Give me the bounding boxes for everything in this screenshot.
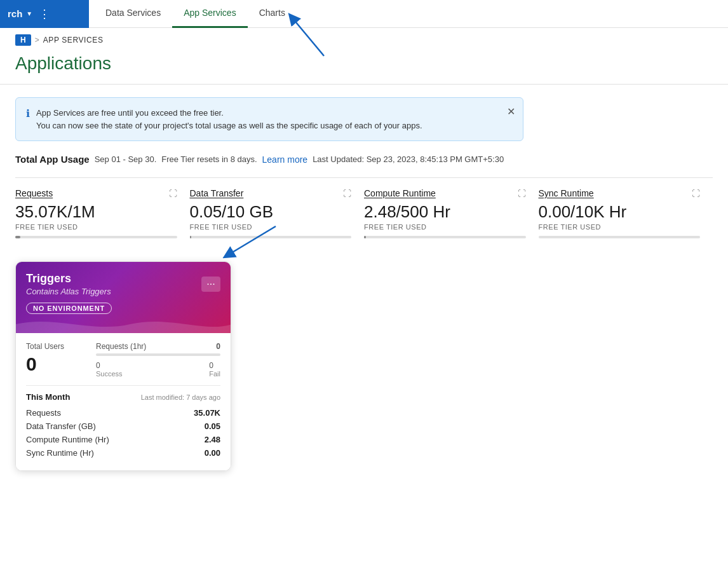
metric-sync-runtime-value: 0.00/10K Hr xyxy=(539,202,701,222)
nav-logo-text: rch xyxy=(8,8,22,19)
tab-charts[interactable]: Charts xyxy=(248,0,297,28)
card-month-row-3: Sync Runtime (Hr) 0.00 xyxy=(26,448,220,458)
metric-data-transfer-value: 0.05/10 GB xyxy=(190,202,352,222)
env-badge: NO ENVIRONMENT xyxy=(26,303,112,314)
card-total-users-value: 0 xyxy=(26,353,96,375)
card-month-val-3: 0.00 xyxy=(205,448,220,458)
metric-data-transfer-expand[interactable]: ⛶ xyxy=(343,189,351,198)
usage-title: Total App Usage xyxy=(15,154,90,165)
card-month-key-3: Sync Runtime (Hr) xyxy=(26,448,94,458)
card-requests-label-text: Requests (1hr) xyxy=(96,342,146,351)
metric-requests-value: 35.07K/1M xyxy=(15,202,177,222)
card-month-key-1: Data Transfer (GB) xyxy=(26,421,96,431)
card-fail-label: Fail xyxy=(209,370,220,378)
metric-data-transfer-sublabel: FREE TIER USED xyxy=(190,223,352,231)
card-success-value: 0 xyxy=(96,361,123,370)
card-month-row-1: Data Transfer (GB) 0.05 xyxy=(26,421,220,431)
card-requests-value: 0 xyxy=(216,342,220,351)
nav-more-icon[interactable]: ⋮ xyxy=(39,7,50,21)
info-close-button[interactable]: ✕ xyxy=(507,106,515,118)
metric-sync-runtime-bar xyxy=(539,236,701,238)
app-card-title-row: Triggers Contains Atlas Triggers ··· xyxy=(26,272,220,296)
metric-data-transfer-label[interactable]: Data Transfer xyxy=(190,188,244,198)
usage-header: Total App Usage Sep 01 - Sep 30. Free Ti… xyxy=(15,154,713,165)
breadcrumb-sep: > xyxy=(35,36,39,44)
info-icon: ℹ xyxy=(26,107,30,120)
metric-compute-runtime-label[interactable]: Compute Runtime xyxy=(364,188,436,198)
card-fail-block: 0 Fail xyxy=(209,361,220,378)
card-stats-row: Total Users 0 Requests (1hr) 0 xyxy=(26,342,220,378)
app-card-title-block: Triggers Contains Atlas Triggers xyxy=(26,272,111,296)
metric-compute-runtime: Compute Runtime ⛶ 2.48/500 Hr FREE TIER … xyxy=(364,188,539,238)
card-req-sub: 0 Success 0 Fail xyxy=(96,361,220,378)
learn-more-link[interactable]: Learn more xyxy=(262,154,308,165)
card-fail-value: 0 xyxy=(209,361,220,370)
app-card-menu-button[interactable]: ··· xyxy=(201,277,220,292)
top-nav: rch ▼ ⋮ Data Services App Services Chart… xyxy=(0,0,728,28)
card-requests-block: Requests (1hr) 0 0 Success xyxy=(96,342,220,378)
app-card-title: Triggers xyxy=(26,272,111,285)
tab-app-services[interactable]: App Services xyxy=(172,0,247,28)
breadcrumb: H > APP SERVICES xyxy=(0,28,728,48)
breadcrumb-highlight: H xyxy=(15,34,31,46)
card-requests-bar xyxy=(96,353,220,356)
metric-sync-runtime: Sync Runtime ⛶ 0.00/10K Hr FREE TIER USE… xyxy=(539,188,713,238)
card-requests-label: Requests (1hr) 0 xyxy=(96,342,220,351)
app-card: Triggers Contains Atlas Triggers ··· NO … xyxy=(15,261,231,471)
metric-sync-runtime-sublabel: FREE TIER USED xyxy=(539,223,701,231)
card-month-header: This Month Last modified: 7 days ago xyxy=(26,392,220,402)
metric-compute-runtime-fill xyxy=(364,236,366,238)
card-month-row-2: Compute Runtime (Hr) 2.48 xyxy=(26,435,220,444)
metric-compute-runtime-bar xyxy=(364,236,526,238)
metric-requests-expand[interactable]: ⛶ xyxy=(169,189,177,198)
info-line2: You can now see the state of your projec… xyxy=(36,120,422,132)
breadcrumb-current: APP SERVICES xyxy=(43,36,104,44)
usage-free-tier: Free Tier resets in 8 days. xyxy=(161,154,257,164)
metric-requests-fill xyxy=(15,236,20,238)
usage-date-range: Sep 01 - Sep 30. xyxy=(95,154,157,164)
usage-last-updated: Last Updated: Sep 23, 2023, 8:45:13 PM G… xyxy=(313,154,504,164)
card-month-val-0: 35.07K xyxy=(194,408,220,418)
app-card-body: Total Users 0 Requests (1hr) 0 xyxy=(16,333,231,470)
info-text: App Services are free until you exceed t… xyxy=(36,107,422,132)
metric-data-transfer-bar xyxy=(190,236,352,238)
app-card-subtitle: Contains Atlas Triggers xyxy=(26,287,111,296)
metric-sync-runtime-label[interactable]: Sync Runtime xyxy=(539,188,594,198)
wave-decoration xyxy=(16,315,231,333)
card-month-label: This Month xyxy=(26,392,70,402)
metric-requests-label[interactable]: Requests xyxy=(15,188,53,198)
metric-requests-bar xyxy=(15,236,177,238)
card-month-key-0: Requests xyxy=(26,408,61,418)
info-banner: ℹ App Services are free until you exceed… xyxy=(15,97,523,141)
metrics-grid: Requests ⛶ 35.07K/1M FREE TIER USED Data… xyxy=(15,177,713,238)
card-month-row-0: Requests 35.07K xyxy=(26,408,220,418)
info-line1: App Services are free until you exceed t… xyxy=(36,107,422,120)
content-area: ℹ App Services are free until you exceed… xyxy=(0,85,728,484)
app-card-section: Triggers Contains Atlas Triggers ··· NO … xyxy=(15,261,713,471)
card-success-label: Success xyxy=(96,370,123,378)
card-month-key-2: Compute Runtime (Hr) xyxy=(26,435,109,444)
metric-compute-runtime-expand[interactable]: ⛶ xyxy=(518,189,526,198)
metric-compute-runtime-value: 2.48/500 Hr xyxy=(364,202,526,222)
metric-compute-runtime-sublabel: FREE TIER USED xyxy=(364,223,526,231)
card-success-block: 0 Success xyxy=(96,361,123,378)
card-month-val-2: 2.48 xyxy=(205,435,220,444)
nav-tabs: Data Services App Services Charts xyxy=(94,0,297,27)
page-title: Applications xyxy=(0,48,728,85)
card-month-val-1: 0.05 xyxy=(205,421,220,431)
app-card-header: Triggers Contains Atlas Triggers ··· NO … xyxy=(16,262,231,333)
tab-data-services[interactable]: Data Services xyxy=(94,0,172,28)
nav-logo-area[interactable]: rch ▼ ⋮ xyxy=(0,0,89,28)
card-last-modified: Last modified: 7 days ago xyxy=(141,393,220,401)
card-total-users-label: Total Users xyxy=(26,342,96,351)
metric-requests: Requests ⛶ 35.07K/1M FREE TIER USED xyxy=(15,188,190,238)
metric-sync-runtime-expand[interactable]: ⛶ xyxy=(692,189,700,198)
metric-data-transfer: Data Transfer ⛶ 0.05/10 GB FREE TIER USE… xyxy=(190,188,365,238)
card-total-users: Total Users 0 xyxy=(26,342,96,375)
card-divider xyxy=(26,385,220,386)
metric-data-transfer-fill xyxy=(190,236,192,238)
metric-requests-sublabel: FREE TIER USED xyxy=(15,223,177,231)
nav-dropdown-icon[interactable]: ▼ xyxy=(26,10,32,17)
